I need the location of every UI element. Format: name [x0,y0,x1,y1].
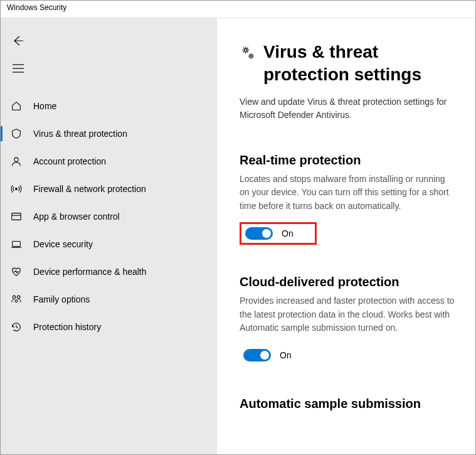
page-header: Virus & threat protection settings [240,41,457,87]
laptop-icon [9,237,23,251]
sidebar-item-label: Firewall & network protection [33,184,146,194]
sidebar-item-label: Home [33,101,56,111]
svg-point-13 [250,55,252,57]
history-icon [9,320,23,334]
sidebar-item-account[interactable]: Account protection [1,147,217,175]
page-subtitle: View and update Virus & threat protectio… [240,95,457,122]
toggle-state-label: On [282,228,294,238]
antenna-icon [9,182,23,196]
svg-rect-5 [12,213,21,220]
section-title: Cloud-delivered protection [240,275,457,289]
sidebar-item-label: Device security [33,239,93,249]
window-title: Windows Security [7,3,66,12]
svg-point-4 [16,188,18,190]
sidebar-item-app-browser[interactable]: App & browser control [1,203,217,230]
section-title: Automatic sample submission [240,397,457,411]
account-icon [9,154,23,168]
svg-point-11 [15,300,18,302]
back-arrow-icon [12,35,24,47]
menu-button[interactable] [6,56,31,81]
back-button[interactable] [6,28,31,53]
nav-list: Home Virus & threat protection Account p… [1,92,217,341]
realtime-toggle[interactable] [245,227,273,240]
sidebar-item-device-security[interactable]: Device security [1,230,217,258]
heart-icon [9,265,23,279]
toggle-state-label: On [280,350,292,360]
sidebar-item-label: Protection history [33,322,101,332]
sidebar-item-history[interactable]: Protection history [1,313,217,341]
realtime-toggle-row: On [240,222,317,245]
toggle-thumb [260,351,269,360]
content-area: Virus & threat protection settings View … [217,18,475,454]
family-icon [9,292,23,306]
sidebar-item-performance[interactable]: Device performance & health [1,258,217,286]
home-icon [9,99,23,113]
toggle-thumb [262,229,271,238]
cloud-toggle-row: On [240,344,298,367]
svg-point-10 [17,296,20,299]
shield-icon [9,127,23,141]
section-cloud: Cloud-delivered protection Provides incr… [240,275,457,367]
section-realtime: Real-time protection Locates and stops m… [240,153,457,245]
window-icon [9,210,23,223]
section-desc: Locates and stops malware from installin… [240,173,457,213]
window-titlebar: Windows Security [1,1,475,18]
svg-rect-7 [13,242,21,247]
hamburger-icon [13,64,24,73]
section-title: Real-time protection [240,153,457,168]
gear-icon [240,45,256,61]
sidebar-item-label: App & browser control [33,211,120,222]
svg-point-3 [14,158,18,161]
sidebar-item-firewall[interactable]: Firewall & network protection [1,175,217,203]
sidebar-item-label: Account protection [33,156,106,166]
sidebar-item-home[interactable]: Home [1,92,217,120]
section-desc: Provides increased and faster protection… [240,294,457,335]
sidebar-item-label: Virus & threat protection [33,129,127,139]
sidebar-item-virus-threat[interactable]: Virus & threat protection [1,120,217,147]
page-title: Virus & threat protection settings [263,41,457,87]
svg-point-9 [13,296,16,299]
sidebar-item-label: Family options [33,294,90,304]
section-sample: Automatic sample submission [240,397,457,411]
sidebar-item-label: Device performance & health [33,267,147,277]
svg-point-12 [245,49,247,51]
sidebar-item-family[interactable]: Family options [1,286,217,313]
sidebar: Home Virus & threat protection Account p… [1,18,217,454]
cloud-toggle[interactable] [243,349,271,361]
